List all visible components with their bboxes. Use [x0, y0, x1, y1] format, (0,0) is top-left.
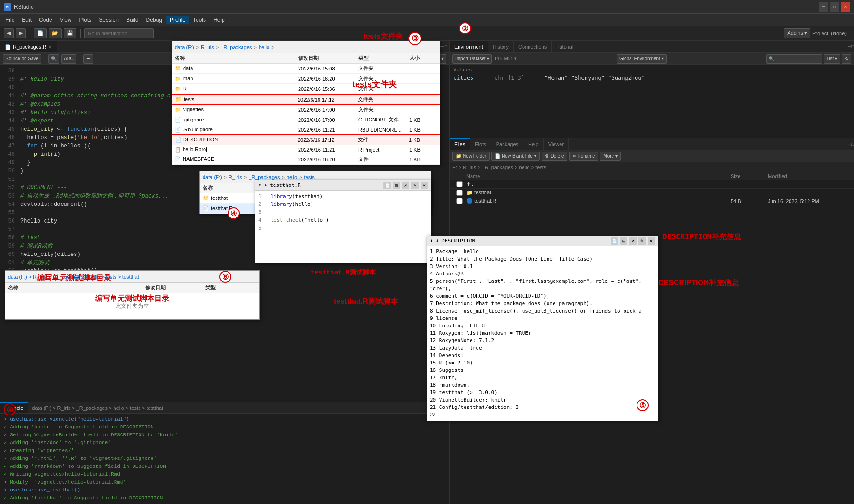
env-tab-tutorial[interactable]: Tutorial — [552, 41, 578, 52]
source-on-save-btn[interactable]: Source on Save — [3, 54, 41, 64]
file-checkbox-testthat[interactable] — [452, 190, 466, 196]
tt-icon-btn-4[interactable]: ✎ — [411, 182, 419, 189]
console-cmd-2: > usethis::use_testthat() — [4, 486, 446, 494]
env-expand-btn[interactable]: □ — [851, 44, 854, 49]
files-tab-packages[interactable]: Packages — [491, 138, 523, 150]
spell-btn[interactable]: ABC — [61, 54, 76, 64]
tab-label: R_packages.R — [13, 44, 46, 50]
fw1-row-namespace[interactable]: 📄 NAMESPACE 2022/6/16 16:20 文件 1 KB — [172, 154, 440, 165]
desc-icon-btn-2[interactable]: ⊟ — [620, 237, 627, 245]
files-collapse-btn[interactable]: ─ — [848, 141, 851, 147]
hello-folder-window[interactable]: data (F:) > R_Iris > _R_packages > hello… — [172, 41, 440, 165]
menu-file[interactable]: File — [2, 16, 18, 24]
menu-profile[interactable]: Profile — [166, 16, 189, 24]
desc-icon-btn-3[interactable]: ↗ — [629, 237, 637, 245]
tt-icon-btn-3[interactable]: ↗ — [402, 182, 409, 189]
fw1-date-rbuildignore: 2022/6/16 11:21 — [298, 127, 358, 133]
menu-edit[interactable]: Edit — [18, 16, 35, 24]
fw1-row-rbuildignore[interactable]: 📄 .Rbuildignore 2022/6/16 11:21 RBUILDIG… — [172, 125, 440, 134]
menu-tools[interactable]: Tools — [189, 16, 210, 24]
env-collapse-btn[interactable]: ─ — [848, 44, 851, 49]
fw1-row-description[interactable]: 📄 DESCRIPTION 2022/6/16 17:12 文件 1 KB — [172, 134, 440, 145]
fw1-type-rproj: R Project — [358, 147, 409, 153]
menu-code[interactable]: Code — [35, 16, 56, 24]
expand-button[interactable]: □ — [445, 44, 447, 49]
files-expand-btn[interactable]: □ — [851, 141, 854, 147]
import-dataset-btn[interactable]: Import Dataset ▾ — [452, 54, 492, 64]
minimize-button[interactable]: ─ — [819, 2, 828, 12]
menu-debug[interactable]: Debug — [142, 16, 166, 24]
back-button[interactable]: ◀ — [4, 28, 14, 38]
desc-icon-btn-4[interactable]: ✎ — [638, 237, 646, 245]
desc-close-btn[interactable]: ✕ — [648, 237, 655, 245]
files-tab-viewer[interactable]: Viewer — [544, 138, 569, 150]
col-name: Name — [466, 173, 731, 179]
fw1-row-gitignore[interactable]: 📄 .gitignore 2022/6/16 17:00 GITIGNORE 文… — [172, 115, 440, 125]
forward-button[interactable]: ▶ — [16, 28, 26, 38]
new-folder-btn[interactable]: 📁 New Folder — [452, 152, 490, 161]
editor-tab-rpackages[interactable]: 📄 R_packages.R ✕ — [0, 41, 57, 52]
desc-icon-btn-1[interactable]: 📄 — [611, 237, 618, 245]
save-button[interactable]: 💾 — [64, 28, 76, 38]
env-tab-connections[interactable]: Connections — [514, 41, 552, 52]
testthat-r-window[interactable]: ⬆ ⬇ testthat.R 📄 ⊟ ↗ ✎ ✕ 1 library(testt… — [255, 180, 431, 263]
files-tab-files[interactable]: Files — [450, 138, 470, 150]
files-tab-plots[interactable]: Plots — [470, 138, 491, 150]
tt-icon-btn-1[interactable]: 📄 — [383, 182, 391, 189]
global-env-btn[interactable]: Global Environment ▾ — [617, 54, 667, 64]
delete-btn[interactable]: 🗑 Delete — [542, 152, 567, 161]
fw1-item-man: 📁man — [175, 76, 298, 82]
collapse-button[interactable]: ─ — [440, 44, 444, 49]
fw1-row-tests[interactable]: 📁tests 2022/6/16 17:12 文件夹 — [172, 94, 440, 105]
file-row-parent[interactable]: ⬆ .. — [450, 180, 854, 189]
console-content[interactable]: > usethis::use_vignette("hello-tutorial"… — [0, 414, 449, 504]
circle-1-console: ① — [4, 403, 16, 415]
menu-session[interactable]: Session — [95, 16, 122, 24]
env-tab-history[interactable]: History — [488, 41, 514, 52]
tab-close-icon[interactable]: ✕ — [48, 45, 52, 50]
file-row-testthat[interactable]: 📁 testthat — [450, 189, 854, 197]
menu-plots[interactable]: Plots — [76, 16, 96, 24]
tt-close-btn[interactable]: ✕ — [421, 182, 428, 189]
list-view-btn[interactable]: List ▾ — [824, 54, 840, 64]
fw1-row-r[interactable]: 📁R 2022/6/16 15:36 文件夹 — [172, 84, 440, 94]
desc-line-19: 19 testthat (>= 3.0.0) — [430, 389, 655, 396]
search-btn[interactable]: 🔍 — [48, 54, 59, 64]
tt-icon-btn-2[interactable]: ⊟ — [393, 182, 400, 189]
circle-5: ⑤ — [637, 399, 649, 411]
tt-icon-2: ⬇ — [264, 182, 268, 188]
testthat-dir-window[interactable]: data (F:) > R_Iris > _R_packages > hello… — [5, 270, 260, 320]
desc-code-content: 1 Package: hello 2 Title: What the Packa… — [427, 246, 658, 421]
new-file-button[interactable]: 📄 — [34, 28, 47, 38]
rename-btn[interactable]: ✏ Rename — [569, 152, 599, 161]
bfw-col-name: 名称 — [8, 284, 145, 291]
open-button[interactable]: 📂 — [49, 28, 62, 38]
tt-line-4: 4 test_check("hello") — [258, 216, 428, 224]
file-checkbox-parent[interactable] — [452, 181, 466, 187]
menu-help[interactable]: Help — [210, 16, 229, 24]
fw1-row-rproj[interactable]: 📋 hello.Rproj 2022/6/16 11:21 R Project … — [172, 145, 440, 154]
menu-build[interactable]: Build — [122, 16, 142, 24]
file-checkbox-testthat-r[interactable] — [452, 198, 466, 204]
menu-view[interactable]: View — [56, 16, 76, 24]
description-window[interactable]: ⬆ ⬇ DESCRIPTION 📄 ⊟ ↗ ✎ ✕ 1 Package: hel… — [427, 236, 658, 421]
env-tab-environment[interactable]: Environment — [450, 41, 488, 52]
file-row-testthat-r[interactable]: 🔵 testthat.R 54 B Jun 16, 2022, 5:12 PM — [450, 197, 854, 205]
files-tab-help[interactable]: Help — [523, 138, 544, 150]
menu-bar: File Edit Code View Plots Session Build … — [0, 14, 854, 26]
new-blank-file-btn[interactable]: 📄 New Blank File ▾ — [491, 152, 539, 161]
more-btn[interactable]: More ▾ — [600, 152, 621, 161]
env-search-input[interactable] — [766, 54, 822, 64]
fw1-row-vignettes[interactable]: 📁vignettes 2022/6/16 17:00 文件夹 — [172, 105, 440, 115]
close-button[interactable]: ✕ — [841, 2, 850, 12]
fw1-row-data[interactable]: 📁data 2022/6/16 15:08 文件夹 — [172, 64, 440, 74]
goto-input[interactable] — [84, 28, 154, 38]
code-opts-btn[interactable]: ☰ — [83, 54, 93, 64]
breadcrumb-text: F: > R_Iris > _R_packages > hello > test… — [452, 165, 546, 170]
refresh-btn[interactable]: ↻ — [842, 54, 851, 64]
addins-button[interactable]: Addins ▾ — [784, 28, 810, 38]
desc-line-17: 17 knitr, — [430, 374, 655, 382]
console-out-5: ✓ Adding '*.html', '*.R' to 'vignettes/.… — [4, 455, 446, 463]
maximize-button[interactable]: □ — [830, 2, 839, 12]
fw1-row-man[interactable]: 📁man 2022/6/16 16:20 文件夹 — [172, 74, 440, 84]
